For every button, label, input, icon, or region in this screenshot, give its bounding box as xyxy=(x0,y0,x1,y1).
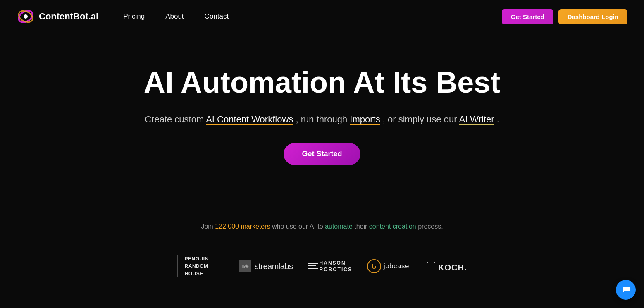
svg-rect-4 xyxy=(244,266,245,268)
subtitle-link-imports[interactable]: Imports xyxy=(350,114,380,124)
logo-penguin-random-house: PenguinRandomHouse xyxy=(177,255,209,277)
social-suffix: process. xyxy=(416,223,443,230)
nav-link-about[interactable]: About xyxy=(165,12,184,21)
subtitle-mid1: , run through xyxy=(296,114,347,124)
hanson-bar-3 xyxy=(308,267,315,267)
logo[interactable]: ContentBot.ai xyxy=(17,7,98,26)
nav-link-pricing[interactable]: Pricing xyxy=(123,12,145,21)
jobcase-svg xyxy=(370,263,378,270)
logo-streamlabs: streamlabs xyxy=(239,260,293,272)
dashboard-login-button[interactable]: Dashboard Login xyxy=(558,9,627,24)
get-started-nav-button[interactable]: Get Started xyxy=(502,9,553,24)
subtitle-link-workflows[interactable]: AI Content Workflows xyxy=(206,114,293,124)
nav-links: Pricing About Contact xyxy=(123,12,229,21)
logo-divider-1 xyxy=(224,256,224,277)
social-proof-text: Join 122,000 marketers who use our AI to… xyxy=(201,223,443,230)
streamlabs-text: streamlabs xyxy=(255,262,293,271)
nav-left: ContentBot.ai Pricing About Contact xyxy=(17,7,229,26)
hero-title: AI Automation At Its Best xyxy=(144,66,501,99)
streamlabs-svg xyxy=(241,262,249,270)
chat-button[interactable] xyxy=(616,280,636,300)
jobcase-circle-icon xyxy=(367,259,381,273)
penguin-text: PenguinRandomHouse xyxy=(185,255,209,277)
hanson-bar-2 xyxy=(308,265,316,266)
logo-text: ContentBot.ai xyxy=(39,11,98,22)
logos-row: PenguinRandomHouse streamlabs xyxy=(177,247,467,286)
chat-icon xyxy=(621,285,630,294)
hanson-bar-1 xyxy=(308,263,318,264)
logo-jobcase: jobcase xyxy=(367,259,409,273)
logo-icon xyxy=(17,7,35,26)
svg-point-6 xyxy=(246,265,248,267)
jobcase-text: jobcase xyxy=(384,262,409,270)
navbar: ContentBot.ai Pricing About Contact Get … xyxy=(0,0,644,33)
subtitle-suffix: . xyxy=(497,114,499,124)
svg-point-2 xyxy=(24,14,28,19)
logo-hanson-robotics: HANSONROBOTICS xyxy=(308,260,352,274)
social-mid1: who use our AI to xyxy=(270,223,325,230)
hanson-bar-4 xyxy=(308,268,318,269)
koch-text: ⋮⋮KOCH. xyxy=(424,261,467,272)
social-mid2: their xyxy=(353,223,369,230)
subtitle-mid2: , or simply use our xyxy=(383,114,457,124)
hanson-bars-icon xyxy=(308,263,318,269)
hero-section: AI Automation At Its Best Create custom … xyxy=(0,33,644,215)
social-prefix: Join xyxy=(201,223,215,230)
nav-link-contact[interactable]: Contact xyxy=(205,12,229,21)
subtitle-prefix: Create custom xyxy=(145,114,204,124)
hero-subtitle: Create custom AI Content Workflows , run… xyxy=(145,112,499,127)
nav-right: Get Started Dashboard Login xyxy=(502,9,627,24)
social-highlight-content: content creation xyxy=(369,223,416,230)
social-highlight-marketers: 122,000 marketers xyxy=(215,223,270,230)
streamlabs-icon xyxy=(239,260,251,272)
hanson-text: HANSONROBOTICS xyxy=(320,260,352,274)
get-started-hero-button[interactable]: Get Started xyxy=(284,143,360,165)
social-proof-section: Join 122,000 marketers who use our AI to… xyxy=(0,215,644,294)
subtitle-link-writer[interactable]: AI Writer xyxy=(459,114,494,124)
social-highlight-automate: automate xyxy=(325,223,353,230)
logo-koch: ⋮⋮KOCH. xyxy=(424,261,467,272)
